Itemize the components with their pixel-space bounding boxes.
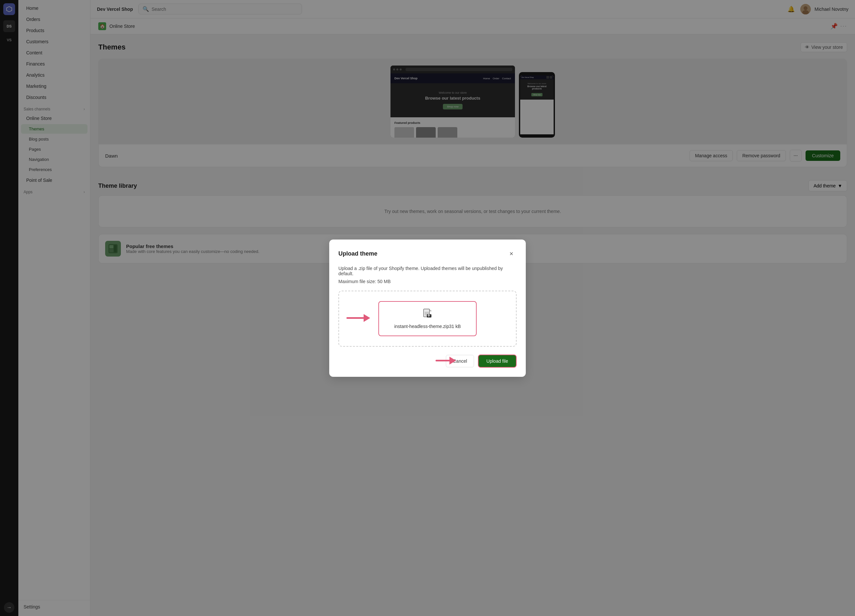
upload-theme-modal: Upload theme × Upload a .zip file of you… <box>329 239 526 377</box>
modal-description: Upload a .zip file of your Shopify theme… <box>339 266 516 276</box>
file-icon <box>422 308 433 321</box>
file-name: instant-headless-theme.zip31 kB <box>394 324 461 329</box>
uploaded-file-box: instant-headless-theme.zip31 kB <box>378 301 477 336</box>
modal-overlay[interactable]: Upload theme × Upload a .zip file of you… <box>0 0 855 616</box>
file-dropzone[interactable]: instant-headless-theme.zip31 kB <box>339 291 516 347</box>
modal-close-button[interactable]: × <box>506 249 516 259</box>
modal-header: Upload theme × <box>339 249 516 259</box>
modal-title: Upload theme <box>339 250 377 257</box>
upload-file-button[interactable]: Upload file <box>478 354 516 368</box>
modal-max-size: Maximum file size: 50 MB <box>339 279 516 284</box>
modal-footer: Cancel Upload file <box>339 354 516 368</box>
